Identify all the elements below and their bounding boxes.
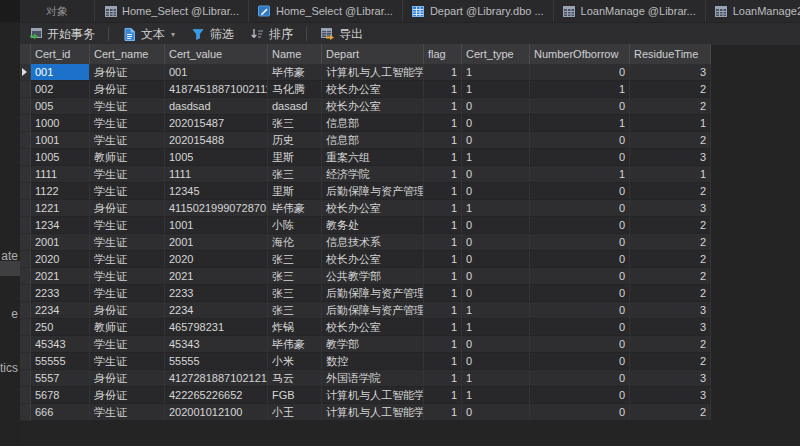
table-cell-cert_type[interactable]: 1 [462, 319, 530, 336]
table-cell-cert_name[interactable]: 学生证 [90, 404, 165, 421]
table-cell-cert_name[interactable]: 身份证 [90, 302, 165, 319]
row-selector[interactable] [20, 132, 31, 149]
table-cell-cert_value[interactable]: 202001012100 [165, 404, 268, 421]
table-cell-cert_id[interactable]: 666 [31, 404, 90, 421]
table-cell-cert_value[interactable]: 41272818871021211 [165, 370, 268, 387]
table-cell-flag[interactable]: 1 [424, 149, 462, 166]
table-cell-cert_type[interactable]: 0 [462, 251, 530, 268]
table-cell-flag[interactable]: 1 [424, 98, 462, 115]
column-header-depart[interactable]: Depart [322, 44, 424, 64]
row-selector[interactable] [20, 319, 31, 336]
table-cell-cert_value[interactable]: 12345 [165, 183, 268, 200]
table-cell-residuetime[interactable]: 2 [630, 98, 711, 115]
table-cell-cert_id[interactable]: 55555 [31, 353, 90, 370]
table-cell-cert_name[interactable]: 身份证 [90, 200, 165, 217]
table-cell-cert_name[interactable]: 学生证 [90, 132, 165, 149]
table-cell-name[interactable]: 张三 [268, 166, 322, 183]
table-cell-name[interactable]: 海伦 [268, 234, 322, 251]
table-cell-name[interactable]: 张三 [268, 268, 322, 285]
table-cell-cert_value[interactable]: 2020 [165, 251, 268, 268]
table-cell-depart[interactable]: 教学部 [322, 336, 424, 353]
table-cell-cert_name[interactable]: 学生证 [90, 166, 165, 183]
table-cell-flag[interactable]: 1 [424, 166, 462, 183]
table-cell-depart[interactable]: 后勤保障与资产管理处 [322, 285, 424, 302]
table-cell-cert_value[interactable]: 1001 [165, 217, 268, 234]
table-cell-cert_value[interactable]: 1005 [165, 149, 268, 166]
table-cell-cert_name[interactable]: 学生证 [90, 268, 165, 285]
table-cell-residuetime[interactable]: 2 [630, 234, 711, 251]
table-cell-cert_type[interactable]: 0 [462, 183, 530, 200]
table-cell-cert_id[interactable]: 002 [31, 81, 90, 98]
table-cell-cert_id[interactable]: 1001 [31, 132, 90, 149]
row-selector[interactable] [20, 268, 31, 285]
row-selector[interactable] [20, 302, 31, 319]
table-cell-cert_value[interactable]: 2021 [165, 268, 268, 285]
table-cell-residuetime[interactable]: 3 [630, 64, 711, 81]
table-cell-cert_type[interactable]: 1 [462, 64, 530, 81]
row-selector[interactable] [20, 183, 31, 200]
table-cell-residuetime[interactable]: 3 [630, 387, 711, 404]
table-cell-residuetime[interactable]: 2 [630, 81, 711, 98]
row-selector[interactable] [20, 336, 31, 353]
table-cell-residuetime[interactable]: 2 [630, 336, 711, 353]
column-header-residuetime[interactable]: ResidueTime [630, 44, 711, 64]
table-cell-flag[interactable]: 1 [424, 200, 462, 217]
table-cell-cert_type[interactable]: 1 [462, 302, 530, 319]
table-cell-numberofborrow[interactable]: 0 [530, 251, 630, 268]
table-cell-residuetime[interactable]: 2 [630, 251, 711, 268]
table-cell-flag[interactable]: 1 [424, 115, 462, 132]
table-cell-cert_name[interactable]: 学生证 [90, 251, 165, 268]
row-selector[interactable] [20, 166, 31, 183]
table-cell-residuetime[interactable]: 3 [630, 370, 711, 387]
table-cell-cert_type[interactable]: 0 [462, 132, 530, 149]
table-cell-flag[interactable]: 1 [424, 336, 462, 353]
table-cell-cert_id[interactable]: 2020 [31, 251, 90, 268]
table-cell-cert_type[interactable]: 0 [462, 353, 530, 370]
table-cell-cert_value[interactable]: 45343 [165, 336, 268, 353]
table-cell-cert_name[interactable]: 教师证 [90, 319, 165, 336]
table-cell-flag[interactable]: 1 [424, 234, 462, 251]
table-cell-cert_type[interactable]: 1 [462, 387, 530, 404]
table-cell-cert_value[interactable]: 41874518871002111 [165, 81, 268, 98]
table-cell-cert_id[interactable]: 1000 [31, 115, 90, 132]
table-cell-name[interactable]: 张三 [268, 302, 322, 319]
column-header-numberofborrow[interactable]: NumberOfborrow [530, 44, 630, 64]
table-cell-name[interactable]: 里斯 [268, 183, 322, 200]
table-cell-cert_type[interactable]: 0 [462, 285, 530, 302]
table-cell-numberofborrow[interactable]: 0 [530, 336, 630, 353]
table-cell-depart[interactable]: 校长办公室 [322, 98, 424, 115]
table-cell-cert_type[interactable]: 0 [462, 268, 530, 285]
column-header-cert_name[interactable]: Cert_name [90, 44, 165, 64]
table-cell-depart[interactable]: 信息部 [322, 132, 424, 149]
table-cell-numberofborrow[interactable]: 0 [530, 64, 630, 81]
table-cell-depart[interactable]: 校长办公室 [322, 319, 424, 336]
table-cell-residuetime[interactable]: 2 [630, 183, 711, 200]
table-cell-numberofborrow[interactable]: 1 [530, 81, 630, 98]
table-cell-name[interactable]: 里斯 [268, 149, 322, 166]
table-cell-residuetime[interactable]: 2 [630, 404, 711, 421]
row-selector[interactable] [20, 98, 31, 115]
row-selector[interactable] [20, 64, 31, 81]
table-cell-cert_name[interactable]: 身份证 [90, 387, 165, 404]
column-header-flag[interactable]: flag [424, 44, 462, 64]
tab-0-objects[interactable]: 对象 [20, 0, 95, 22]
column-header-cert_value[interactable]: Cert_value [165, 44, 268, 64]
sidebar-item-fragment-1[interactable]: e [0, 307, 20, 321]
table-cell-name[interactable]: 毕伟豪 [268, 200, 322, 217]
row-selector[interactable] [20, 200, 31, 217]
table-cell-residuetime[interactable]: 1 [630, 166, 711, 183]
table-cell-residuetime[interactable]: 3 [630, 302, 711, 319]
table-cell-cert_id[interactable]: 1122 [31, 183, 90, 200]
sort-button[interactable]: 排序 [242, 23, 301, 45]
table-cell-numberofborrow[interactable]: 0 [530, 149, 630, 166]
row-selector[interactable] [20, 234, 31, 251]
table-cell-numberofborrow[interactable]: 1 [530, 166, 630, 183]
table-cell-depart[interactable]: 信息部 [322, 115, 424, 132]
table-cell-flag[interactable]: 1 [424, 217, 462, 234]
table-cell-depart[interactable]: 重案六组 [322, 149, 424, 166]
table-cell-cert_type[interactable]: 0 [462, 404, 530, 421]
row-selector[interactable] [20, 149, 31, 166]
table-cell-cert_id[interactable]: 2233 [31, 285, 90, 302]
table-cell-numberofborrow[interactable]: 0 [530, 387, 630, 404]
table-cell-depart[interactable]: 经济学院 [322, 166, 424, 183]
